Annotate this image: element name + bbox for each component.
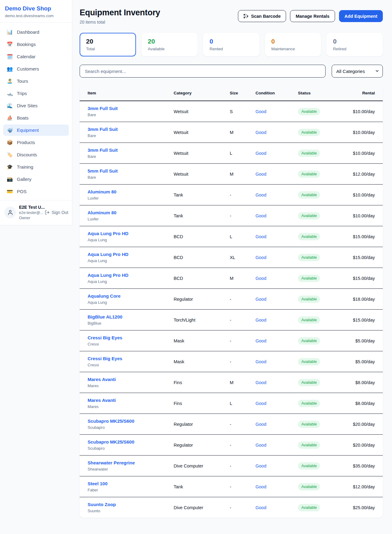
- item-size: -: [227, 185, 252, 205]
- item-link[interactable]: 5mm Full Suit: [88, 168, 118, 174]
- avatar: [4, 207, 16, 218]
- status-badge: Available: [298, 296, 320, 303]
- brand-block: Demo Dive Shop demo.test.divestreams.com: [0, 0, 72, 23]
- condition-link[interactable]: Good: [255, 234, 266, 239]
- sidebar-item-dive-sites[interactable]: 🌊Dive Sites: [3, 100, 69, 111]
- table-row: Steel 100FaberTank-GoodAvailable$12.00/d…: [80, 476, 383, 497]
- condition-link[interactable]: Good: [255, 484, 266, 489]
- item-brand: Bare: [88, 133, 168, 138]
- stat-card-rented[interactable]: 0Rented: [203, 33, 259, 56]
- search-input[interactable]: [80, 65, 326, 78]
- condition-link[interactable]: Good: [255, 338, 266, 343]
- condition-link[interactable]: Good: [255, 380, 266, 385]
- sidebar-item-trips[interactable]: 🛥️Trips: [3, 88, 69, 99]
- condition-link[interactable]: Good: [255, 318, 266, 322]
- sign-out-button[interactable]: Sign Out: [45, 210, 68, 215]
- scan-barcode-button[interactable]: Scan Barcode: [238, 10, 286, 22]
- condition-link[interactable]: Good: [255, 422, 266, 427]
- sidebar-item-pos[interactable]: 💳POS: [3, 186, 69, 197]
- rental-rate: $10.00/day: [339, 101, 383, 122]
- rental-rate: $12.00/day: [339, 164, 383, 185]
- equipment-table: ItemCategorySizeConditionStatusRental 3m…: [80, 86, 383, 518]
- item-link[interactable]: 3mm Full Suit: [88, 147, 118, 153]
- item-link[interactable]: Steel 100: [88, 481, 107, 486]
- item-link[interactable]: Mares Avanti: [88, 398, 116, 403]
- sidebar-item-equipment[interactable]: 🤿Equipment: [3, 124, 69, 136]
- item-link[interactable]: BigBlue AL1200: [88, 314, 123, 319]
- item-category: Regulator: [171, 435, 227, 456]
- item-link[interactable]: Aqua Lung Pro HD: [88, 231, 128, 236]
- item-link[interactable]: Cressi Big Eyes: [88, 335, 122, 340]
- dashboard-icon: 📊: [7, 29, 13, 35]
- add-equipment-label: Add Equipment: [345, 14, 377, 19]
- item-size: -: [227, 414, 252, 435]
- status-badge: Available: [298, 233, 320, 240]
- item-link[interactable]: Scubapro MK25/S600: [88, 439, 134, 444]
- condition-link[interactable]: Good: [255, 151, 266, 156]
- sidebar-item-label: Boats: [17, 115, 28, 120]
- item-link[interactable]: Mares Avanti: [88, 377, 116, 382]
- main-content: Equipment Inventory 20 items total Scan …: [72, 0, 392, 530]
- rental-rate: $15.00/day: [339, 310, 383, 330]
- sidebar-item-discounts[interactable]: 🏷️Discounts: [3, 149, 69, 160]
- condition-link[interactable]: Good: [255, 109, 266, 114]
- category-select[interactable]: All Categories: [332, 65, 383, 78]
- table-row: Shearwater PeregrineShearwaterDive Compu…: [80, 456, 383, 476]
- condition-link[interactable]: Good: [255, 213, 266, 218]
- condition-link[interactable]: Good: [255, 297, 266, 302]
- sidebar: Demo Dive Shop demo.test.divestreams.com…: [0, 0, 72, 225]
- app-root: Demo Dive Shop demo.test.divestreams.com…: [0, 0, 392, 530]
- sidebar-item-dashboard[interactable]: 📊Dashboard: [3, 26, 69, 38]
- item-brand: Shearwater: [88, 467, 168, 471]
- condition-link[interactable]: Good: [255, 505, 266, 510]
- item-link[interactable]: 3mm Full Suit: [88, 106, 118, 111]
- brand-name[interactable]: Demo Dive Shop: [5, 5, 67, 12]
- stat-cards: 20Total20Available0Rented0Maintenance0Re…: [80, 33, 383, 56]
- item-link[interactable]: Aqua Lung Pro HD: [88, 252, 128, 257]
- sign-out-label: Sign Out: [52, 210, 68, 215]
- stat-card-total[interactable]: 20Total: [80, 33, 136, 56]
- log-out-icon: [45, 210, 50, 215]
- sidebar-item-products[interactable]: 📦Products: [3, 137, 69, 148]
- status-badge: Available: [298, 150, 320, 157]
- rental-rate: $8.00/day: [339, 372, 383, 393]
- item-link[interactable]: Aluminum 80: [88, 189, 116, 194]
- status-badge: Available: [298, 441, 320, 449]
- item-link[interactable]: Aluminum 80: [88, 210, 116, 215]
- condition-link[interactable]: Good: [255, 401, 266, 406]
- item-link[interactable]: Shearwater Peregrine: [88, 460, 135, 465]
- add-equipment-button[interactable]: Add Equipment: [339, 10, 383, 22]
- stat-card-retired[interactable]: 0Retired: [326, 33, 383, 56]
- sidebar-item-label: Products: [17, 140, 35, 145]
- sidebar-item-bookings[interactable]: 📅Bookings: [3, 39, 69, 50]
- item-link[interactable]: Aqua Lung Pro HD: [88, 273, 128, 278]
- item-link[interactable]: Scubapro MK25/S600: [88, 418, 134, 424]
- sidebar-item-label: Tours: [17, 78, 28, 84]
- item-link[interactable]: Suunto Zoop: [88, 502, 116, 507]
- item-size: M: [227, 268, 252, 289]
- condition-link[interactable]: Good: [255, 443, 266, 448]
- item-link[interactable]: Aqualung Core: [88, 293, 121, 299]
- sidebar-item-calendar[interactable]: 🗓️Calendar: [3, 51, 69, 62]
- stat-card-maintenance[interactable]: 0Maintenance: [265, 33, 321, 56]
- condition-link[interactable]: Good: [255, 359, 266, 364]
- sidebar-item-training[interactable]: 🎓Training: [3, 161, 69, 173]
- item-link[interactable]: Cressi Big Eyes: [88, 356, 122, 361]
- item-brand: Aqua Lung: [88, 258, 168, 263]
- condition-link[interactable]: Good: [255, 130, 266, 135]
- table-row: Mares AvantiMaresFinsLGoodAvailable$8.00…: [80, 393, 383, 414]
- condition-link[interactable]: Good: [255, 276, 266, 281]
- sidebar-item-gallery[interactable]: 📸Gallery: [3, 174, 69, 185]
- item-link[interactable]: 3mm Full Suit: [88, 127, 118, 132]
- condition-link[interactable]: Good: [255, 172, 266, 177]
- sidebar-item-tours[interactable]: 🏝️Tours: [3, 75, 69, 87]
- condition-link[interactable]: Good: [255, 255, 266, 260]
- condition-link[interactable]: Good: [255, 193, 266, 197]
- item-category: Torch/Light: [171, 310, 227, 330]
- manage-rentals-button[interactable]: Manage Rentals: [290, 10, 335, 22]
- sidebar-item-boats[interactable]: ⛵Boats: [3, 112, 69, 124]
- sidebar-item-customers[interactable]: 👥Customers: [3, 63, 69, 74]
- condition-link[interactable]: Good: [255, 463, 266, 468]
- stat-card-available[interactable]: 20Available: [141, 33, 198, 56]
- item-brand: Bare: [88, 175, 168, 180]
